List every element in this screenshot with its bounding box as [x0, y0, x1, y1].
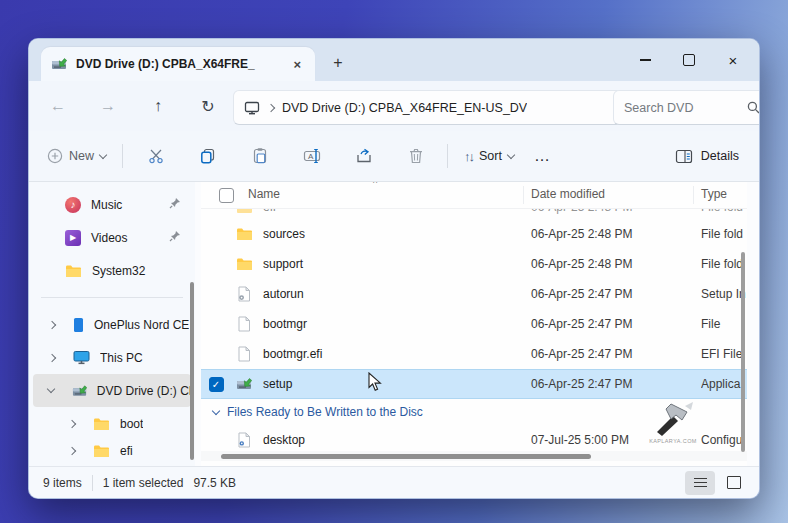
column-divider[interactable] — [693, 186, 694, 204]
minimize-button[interactable] — [623, 44, 667, 76]
vertical-scrollbar[interactable] — [741, 252, 745, 452]
sidebar-item-this-pc[interactable]: This PC — [33, 341, 191, 374]
cut-icon — [147, 147, 165, 165]
file-name: desktop — [257, 433, 531, 447]
file-row-support[interactable]: support 06-Apr-25 2:48 PM File fold — [201, 249, 747, 279]
folder-icon — [93, 444, 110, 458]
sidebar-item-label: boot — [120, 417, 143, 431]
column-header-row: Name ^ Date modified Type — [201, 182, 747, 209]
chevron-right-icon[interactable] — [68, 419, 76, 427]
sidebar-item-label: Music — [91, 198, 122, 212]
tab-close-icon[interactable]: × — [289, 57, 305, 72]
rename-button[interactable]: A — [295, 140, 329, 172]
chevron-right-icon[interactable] — [48, 353, 56, 361]
file-name: setup — [257, 377, 531, 391]
file-row-autorun[interactable]: autorun 06-Apr-25 2:47 PM Setup In — [201, 279, 747, 309]
file-row-bootmgr[interactable]: bootmgr 06-Apr-25 2:47 PM File — [201, 309, 747, 339]
sort-ascending-icon: ^ — [373, 182, 377, 188]
paste-button[interactable] — [243, 140, 277, 172]
chevron-right-icon[interactable] — [48, 320, 56, 328]
file-row[interactable]: efi 06-Apr-25 2:48 PM File fold — [201, 209, 747, 219]
sidebar-item-videos[interactable]: ▶ Videos — [33, 221, 191, 254]
details-view-button[interactable] — [685, 471, 715, 495]
music-icon: ♪ — [65, 197, 81, 213]
file-list-pane: Name ^ Date modified Type — [201, 182, 747, 467]
sidebar-item-label: OnePlus Nord CE — [94, 318, 189, 332]
chevron-down-icon — [507, 150, 515, 158]
tab-title: DVD Drive (D:) CPBA_X64FRE_ — [76, 57, 280, 71]
address-bar[interactable]: DVD Drive (D:) CPBA_X64FRE_EN-US_DV — [233, 90, 623, 125]
select-all-checkbox[interactable] — [219, 188, 234, 203]
row-checkbox-checked[interactable]: ✓ — [209, 377, 224, 392]
details-pane-icon — [675, 149, 693, 164]
sidebar-scrollbar[interactable] — [190, 282, 194, 460]
sort-button[interactable]: ↑↓ Sort — [456, 143, 522, 170]
monitor-icon — [73, 350, 90, 365]
new-button-label: New — [69, 149, 94, 163]
partially-scrolled-row: efi 06-Apr-25 2:48 PM File fold — [201, 209, 747, 219]
chevron-down-icon — [99, 150, 107, 158]
trash-icon — [407, 147, 425, 165]
forward-button[interactable]: → — [89, 89, 127, 123]
file-name: sources — [257, 227, 531, 241]
column-divider[interactable] — [523, 186, 524, 204]
chevron-right-icon[interactable] — [68, 447, 76, 455]
new-button[interactable]: New — [39, 142, 114, 170]
large-icons-view-button[interactable] — [719, 471, 749, 495]
horizontal-scrollbar-thumb[interactable] — [221, 454, 591, 459]
sidebar-item-dvd-drive[interactable]: DVD Drive (D:) CP — [33, 374, 191, 407]
horizontal-scrollbar[interactable] — [201, 451, 747, 461]
new-tab-button[interactable]: + — [325, 51, 351, 75]
copy-button[interactable] — [191, 140, 225, 172]
file-date: 06-Apr-25 2:48 PM — [531, 209, 701, 214]
dvd-drive-icon — [51, 57, 67, 71]
sort-arrows-icon: ↑↓ — [464, 149, 473, 164]
refresh-button[interactable]: ↻ — [189, 89, 227, 123]
svg-text:A: A — [308, 152, 314, 161]
search-input[interactable]: Search DVD — [613, 90, 760, 125]
back-button[interactable]: ← — [39, 89, 77, 123]
explorer-tab[interactable]: DVD Drive (D:) CPBA_X64FRE_ × — [41, 47, 315, 81]
file-date: 06-Apr-25 2:47 PM — [531, 377, 701, 391]
folder-icon — [236, 227, 253, 241]
explorer-body: ♪ Music ▶ Videos — [29, 182, 759, 467]
mouse-cursor — [368, 372, 385, 392]
sidebar-item-oneplus-nord-ce[interactable]: OnePlus Nord CE — [33, 308, 191, 341]
chevron-down-icon[interactable] — [212, 406, 220, 414]
see-more-button[interactable]: … — [522, 147, 564, 165]
file-row-sources[interactable]: sources 06-Apr-25 2:48 PM File fold — [201, 219, 747, 249]
sidebar-item-label: efi — [120, 444, 133, 458]
breadcrumb-path[interactable]: DVD Drive (D:) CPBA_X64FRE_EN-US_DV — [282, 101, 527, 115]
sidebar-item-label: DVD Drive (D:) CP — [97, 384, 191, 398]
chevron-down-icon[interactable] — [47, 385, 55, 393]
file-date: 06-Apr-25 2:47 PM — [531, 347, 701, 361]
cut-button[interactable] — [139, 140, 173, 172]
file-date: 06-Apr-25 2:47 PM — [531, 287, 701, 301]
file-explorer-window: DVD Drive (D:) CPBA_X64FRE_ × + × ← → ↑ … — [28, 38, 760, 499]
share-button[interactable] — [347, 140, 381, 172]
status-bar: 9 items 1 item selected 97.5 KB — [29, 466, 759, 498]
column-header-name[interactable]: Name — [248, 187, 280, 201]
sidebar-item-boot[interactable]: boot — [33, 407, 191, 440]
item-count: 9 items — [43, 476, 82, 490]
file-row-setup-selected[interactable]: ✓ setup 06-Apr-25 2:47 PM Applica — [201, 369, 747, 399]
file-type: File fold — [701, 227, 747, 241]
sidebar-item-label: This PC — [100, 351, 143, 365]
status-divider — [92, 475, 93, 491]
up-button[interactable]: ↑ — [139, 89, 177, 123]
details-pane-button[interactable]: Details — [665, 143, 749, 170]
column-header-date-modified[interactable]: Date modified — [531, 187, 605, 201]
delete-button[interactable] — [399, 140, 433, 172]
column-header-type[interactable]: Type — [701, 187, 727, 201]
dvd-drive-icon — [72, 384, 87, 398]
maximize-button[interactable] — [667, 44, 711, 76]
configuration-file-icon — [237, 432, 251, 448]
selection-count: 1 item selected — [103, 476, 184, 490]
sidebar-item-music[interactable]: ♪ Music — [33, 188, 191, 221]
sidebar-item-efi[interactable]: efi — [33, 440, 191, 462]
close-button[interactable]: × — [711, 44, 755, 76]
close-icon: × — [729, 52, 738, 69]
sidebar-item-system32[interactable]: System32 — [33, 254, 191, 287]
search-icon — [747, 101, 760, 114]
file-row-bootmgr-efi[interactable]: bootmgr.efi 06-Apr-25 2:47 PM EFI File — [201, 339, 747, 369]
